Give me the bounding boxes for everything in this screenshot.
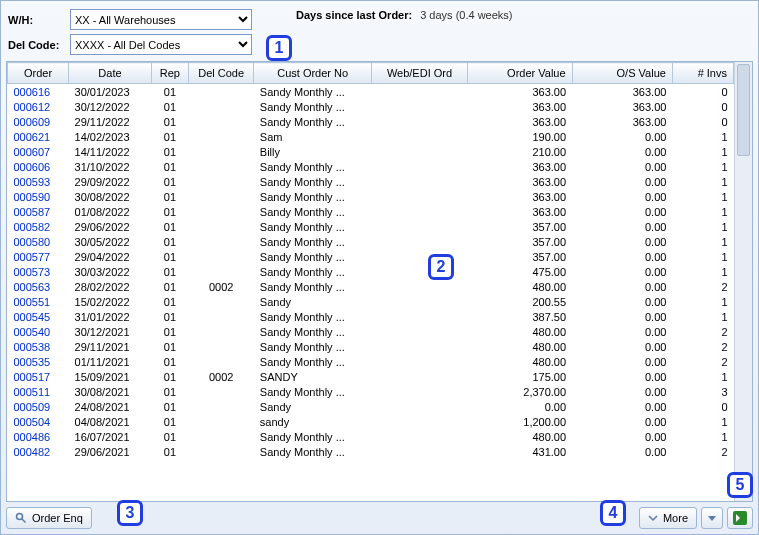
cell-invs: 0 [672,399,733,414]
cell-order[interactable]: 000587 [8,204,69,219]
table-row[interactable]: 00056328/02/2022010002Sandy Monthly ...4… [8,279,734,294]
export-button[interactable] [727,507,753,529]
col-os-value[interactable]: O/S Value [572,63,672,84]
table-row[interactable]: 00051130/08/202101Sandy Monthly ...2,370… [8,384,734,399]
table-row[interactable]: 00060929/11/202201Sandy Monthly ...363.0… [8,114,734,129]
cell-os: 0.00 [572,354,672,369]
cell-order[interactable]: 000593 [8,174,69,189]
cell-os: 0.00 [572,444,672,459]
cell-del [188,219,253,234]
cell-order[interactable]: 000606 [8,159,69,174]
table-row[interactable]: 00054030/12/202101Sandy Monthly ...480.0… [8,324,734,339]
col-date[interactable]: Date [69,63,152,84]
cell-web [372,369,468,384]
cell-order[interactable]: 000573 [8,264,69,279]
cell-order[interactable]: 000590 [8,189,69,204]
table-row[interactable]: 00048229/06/202101Sandy Monthly ...431.0… [8,444,734,459]
cell-order[interactable]: 000563 [8,279,69,294]
cell-del [188,444,253,459]
cell-order[interactable]: 000582 [8,219,69,234]
table-row[interactable]: 00062114/02/202301Sam190.000.001 [8,129,734,144]
cell-order[interactable]: 000540 [8,324,69,339]
cell-rep: 01 [151,399,188,414]
table-row[interactable]: 00053501/11/202101Sandy Monthly ...480.0… [8,354,734,369]
col-order[interactable]: Order [8,63,69,84]
table-row[interactable]: 00060631/10/202201Sandy Monthly ...363.0… [8,159,734,174]
cell-order[interactable]: 000486 [8,429,69,444]
cell-order[interactable]: 000612 [8,99,69,114]
table-row[interactable]: 00059329/09/202201Sandy Monthly ...363.0… [8,174,734,189]
more-button[interactable]: More [639,507,697,529]
ann-4: 4 [600,500,626,526]
cell-order[interactable]: 000577 [8,249,69,264]
cell-os: 0.00 [572,384,672,399]
svg-point-0 [17,514,23,520]
table-row[interactable]: 00058030/05/202201Sandy Monthly ...357.0… [8,234,734,249]
cell-del [188,174,253,189]
cell-date: 30/08/2022 [69,189,152,204]
table-row[interactable]: 00051715/09/2021010002SANDY175.000.001 [8,369,734,384]
cell-web [372,129,468,144]
table-row[interactable]: 00048616/07/202101Sandy Monthly ...480.0… [8,429,734,444]
cell-os: 0.00 [572,414,672,429]
wh-select[interactable]: XX - All Warehouses [70,9,252,30]
col-rep[interactable]: Rep [151,63,188,84]
cell-order[interactable]: 000607 [8,144,69,159]
cell-order[interactable]: 000551 [8,294,69,309]
table-row[interactable]: 00050924/08/202101Sandy0.000.000 [8,399,734,414]
order-enq-button[interactable]: Order Enq [6,507,92,529]
search-icon [15,512,27,524]
cell-ov: 363.00 [467,84,572,100]
table-row[interactable]: 00053829/11/202101Sandy Monthly ...480.0… [8,339,734,354]
col-web-edi[interactable]: Web/EDI Ord [372,63,468,84]
wh-label: W/H: [8,14,64,26]
table-row[interactable]: 00050404/08/202101sandy1,200.000.001 [8,414,734,429]
cell-os: 0.00 [572,309,672,324]
col-del-code[interactable]: Del Code [188,63,253,84]
cell-ov: 357.00 [467,234,572,249]
table-row[interactable]: 00061630/01/202301Sandy Monthly ...363.0… [8,84,734,100]
cell-order[interactable]: 000545 [8,309,69,324]
orders-table[interactable]: Order Date Rep Del Code Cust Order No We… [7,62,734,459]
table-row[interactable]: 00058229/06/202201Sandy Monthly ...357.0… [8,219,734,234]
cell-order[interactable]: 000482 [8,444,69,459]
table-row[interactable]: 00059030/08/202201Sandy Monthly ...363.0… [8,189,734,204]
table-row[interactable]: 00061230/12/202201Sandy Monthly ...363.0… [8,99,734,114]
cell-date: 30/12/2021 [69,324,152,339]
cell-rep: 01 [151,429,188,444]
del-code-select[interactable]: XXXX - All Del Codes [70,34,252,55]
table-row[interactable]: 00057330/03/202201Sandy Monthly ...475.0… [8,264,734,279]
col-invs[interactable]: # Invs [672,63,733,84]
cell-os: 0.00 [572,339,672,354]
cell-order[interactable]: 000609 [8,114,69,129]
table-row[interactable]: 00055115/02/202201Sandy200.550.001 [8,294,734,309]
cell-order[interactable]: 000538 [8,339,69,354]
cell-order[interactable]: 000621 [8,129,69,144]
table-row[interactable]: 00058701/08/202201Sandy Monthly ...363.0… [8,204,734,219]
table-row[interactable]: 00054531/01/202201Sandy Monthly ...387.5… [8,309,734,324]
cell-rep: 01 [151,264,188,279]
cell-order[interactable]: 000509 [8,399,69,414]
cell-web [372,429,468,444]
col-order-value[interactable]: Order Value [467,63,572,84]
cell-invs: 1 [672,264,733,279]
cell-order[interactable]: 000511 [8,384,69,399]
vertical-scrollbar[interactable] [734,62,752,501]
cell-rep: 01 [151,129,188,144]
cell-cust: Sandy Monthly ... [254,204,372,219]
cell-del [188,264,253,279]
cell-order[interactable]: 000504 [8,414,69,429]
cell-rep: 01 [151,354,188,369]
more-dropdown-button[interactable] [701,507,723,529]
cell-order[interactable]: 000517 [8,369,69,384]
cell-order[interactable]: 000580 [8,234,69,249]
cell-ov: 0.00 [467,399,572,414]
table-row[interactable]: 00060714/11/202201Billy210.000.001 [8,144,734,159]
cell-order[interactable]: 000616 [8,84,69,100]
col-cust-order-no[interactable]: Cust Order No [254,63,372,84]
cell-invs: 2 [672,444,733,459]
cell-order[interactable]: 000535 [8,354,69,369]
cell-os: 0.00 [572,264,672,279]
table-row[interactable]: 00057729/04/202201Sandy Monthly ...357.0… [8,249,734,264]
scrollbar-thumb[interactable] [737,64,750,156]
